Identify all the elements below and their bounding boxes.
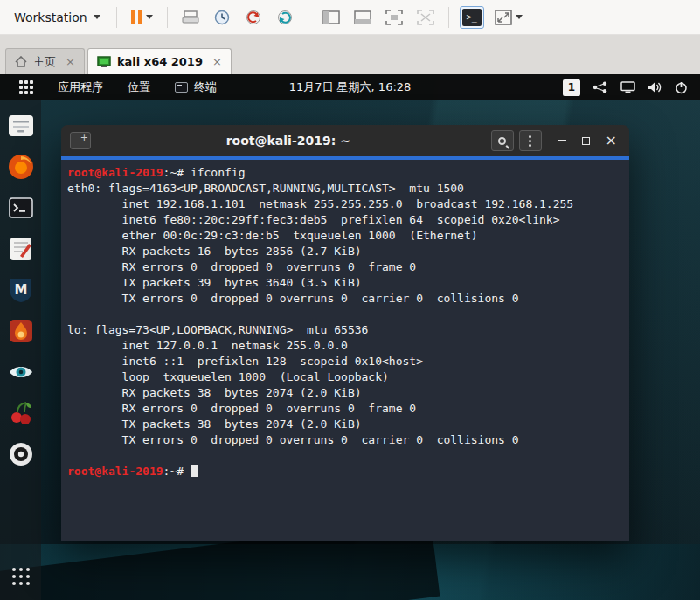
armitage-icon[interactable] [6, 316, 36, 346]
network-icon[interactable] [593, 81, 608, 93]
terminal-menu-label: 终端 [194, 79, 217, 95]
terminal-app-menu[interactable]: 终端 [164, 76, 227, 99]
revert-snapshot-button[interactable] [241, 6, 266, 29]
chevron-down-icon [146, 15, 153, 19]
panel-right: 1 [563, 79, 700, 96]
unity-view-icon [417, 10, 434, 25]
places-menu[interactable]: 位置 [117, 76, 161, 99]
toolbar-separator [167, 7, 168, 28]
terminal-line: root@kali-2019:~# [67, 464, 629, 479]
firefox-icon[interactable] [6, 152, 36, 182]
tab-label: 主页 [33, 54, 56, 70]
tab-home[interactable]: 主页 × [5, 48, 85, 74]
fullscreen-button[interactable] [491, 7, 526, 28]
search-icon [498, 137, 506, 145]
pause-button[interactable] [128, 8, 156, 27]
vmware-tab-bar: 主页 × kali x64 2019 × [0, 35, 700, 74]
show-applications-icon[interactable] [6, 562, 36, 591]
close-tab-icon[interactable]: × [66, 55, 75, 68]
terminal-titlebar[interactable]: root@kali-2019: ~ × [61, 125, 629, 156]
terminal-line: RX errors 0 dropped 0 overruns 0 frame 0 [67, 259, 629, 275]
workspace-badge[interactable]: 1 [563, 79, 580, 96]
power-icon[interactable] [675, 81, 688, 94]
metasploit-icon[interactable]: M [6, 275, 36, 305]
screen-recorder-icon[interactable] [6, 439, 36, 469]
terminal-line: inet 192.168.1.101 netmask 255.255.255.0… [67, 197, 629, 212]
tab-label: kali x64 2019 [117, 55, 203, 68]
vmware-workstation-window: Workstation [0, 0, 700, 600]
text-editor-icon[interactable] [6, 234, 36, 264]
terminal-line [67, 307, 629, 322]
thumbnail-bar-button[interactable] [350, 8, 375, 27]
take-snapshot-button[interactable] [210, 6, 234, 29]
kebab-menu-icon [529, 135, 531, 147]
places-label: 位置 [128, 79, 150, 95]
terminal-line: RX packets 16 bytes 2856 (2.7 KiB) [67, 244, 629, 259]
chevron-down-icon [516, 15, 523, 19]
svg-text:M: M [14, 282, 27, 298]
chevron-down-icon [94, 15, 100, 19]
terminal-line: inet6 fe80::20c:29ff:fec3:deb5 prefixlen… [67, 212, 629, 228]
close-button[interactable]: × [606, 136, 617, 145]
terminal-icon[interactable] [6, 193, 36, 223]
apps-grid-button[interactable] [9, 77, 44, 98]
cherrytree-icon[interactable] [6, 398, 36, 428]
console-button[interactable]: >_ [460, 6, 484, 29]
applications-menu[interactable]: 应用程序 [47, 76, 114, 99]
text-cursor [191, 465, 198, 477]
send-ctrl-alt-del-icon [182, 10, 199, 25]
toolbar-separator [308, 7, 308, 28]
home-icon [15, 56, 27, 67]
thumbnail-bar-icon [354, 10, 371, 24]
panel-left: 应用程序 位置 终端 [0, 76, 227, 99]
workstation-menu[interactable]: Workstation [9, 7, 106, 28]
terminal-title: root@kali-2019: ~ [91, 134, 486, 148]
window-controls: × [558, 136, 620, 145]
menu-button[interactable] [519, 130, 542, 151]
console-view-icon [385, 10, 403, 25]
revert-snapshot-icon [245, 9, 262, 26]
kali-top-panel: 应用程序 位置 终端 11月7日 星期六, 16:28 1 [0, 74, 700, 100]
vm-display: 应用程序 位置 终端 11月7日 星期六, 16:28 1 [0, 74, 700, 600]
show-library-icon [322, 10, 340, 24]
terminal-window: root@kali-2019: ~ × root@kali-2019:~# if… [61, 125, 629, 541]
close-tab-icon[interactable]: × [212, 55, 222, 68]
snapshot-manager-button[interactable] [273, 6, 297, 29]
terminal-line: TX packets 39 bytes 3640 (3.5 KiB) [67, 275, 629, 291]
maximize-button[interactable] [582, 137, 590, 145]
pause-icon [131, 10, 142, 24]
vm-screen-icon [97, 56, 111, 67]
terminal-line: inet6 ::1 prefixlen 128 scopeid 0x10<hos… [67, 354, 629, 369]
show-library-button[interactable] [319, 8, 343, 27]
toolbar-separator [116, 7, 117, 28]
terminal-line: ether 00:0c:29:c3:de:b5 txqueuelen 1000 … [67, 228, 629, 244]
take-snapshot-icon [213, 9, 231, 26]
terminal-line: RX errors 0 dropped 0 overruns 0 frame 0 [67, 401, 629, 417]
terminal-line: inet 127.0.0.1 netmask 255.0.0.0 [67, 338, 629, 354]
terminal-line: TX packets 38 bytes 2074 (2.0 KiB) [67, 417, 629, 432]
dock: M [0, 100, 41, 600]
new-terminal-button[interactable] [70, 132, 91, 149]
terminal-line: RX packets 38 bytes 2074 (2.0 KiB) [67, 385, 629, 401]
console-view-button[interactable] [382, 7, 406, 28]
files-icon[interactable] [6, 111, 36, 141]
terminal-output[interactable]: root@kali-2019:~# ifconfigeth0: flags=41… [61, 160, 629, 541]
terminal-line: eth0: flags=4163<UP,BROADCAST,RUNNING,MU… [67, 181, 629, 197]
minimize-button[interactable] [558, 140, 566, 141]
panel-clock[interactable]: 11月7日 星期六, 16:28 [289, 79, 412, 95]
search-button[interactable] [491, 130, 514, 151]
terminal-line: loop txqueuelen 1000 (Local Loopback) [67, 369, 629, 385]
snapshot-manager-icon [276, 9, 294, 26]
volume-icon[interactable] [648, 81, 662, 93]
display-icon[interactable] [620, 81, 635, 93]
terminal-line: lo: flags=73<UP,LOOPBACK,RUNNING> mtu 65… [67, 322, 629, 338]
eye-tool-icon[interactable] [6, 357, 36, 387]
send-ctrl-alt-del-button[interactable] [178, 7, 203, 28]
terminal-line: TX errors 0 dropped 0 overruns 0 carrier… [67, 432, 629, 448]
unity-view-button[interactable] [413, 7, 438, 28]
workstation-menu-label: Workstation [14, 10, 87, 24]
fullscreen-icon [495, 10, 512, 25]
terminal-line [67, 448, 629, 464]
tab-kali-vm[interactable]: kali x64 2019 × [87, 48, 232, 74]
applications-label: 应用程序 [58, 79, 103, 95]
